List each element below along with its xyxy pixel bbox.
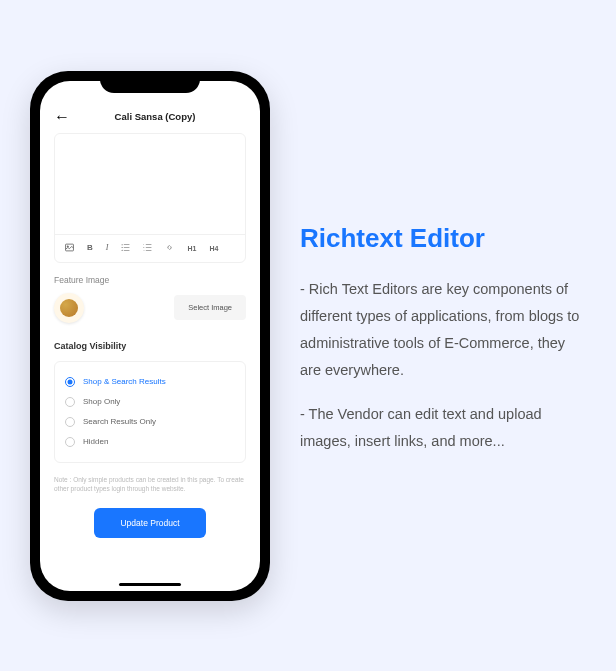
catalog-radio-group: Shop & Search Results Shop Only Search R… (54, 361, 246, 463)
svg-text:3: 3 (143, 247, 145, 251)
catalog-visibility-title: Catalog Visibility (54, 341, 246, 351)
h1-button[interactable]: H1 (187, 245, 196, 252)
phone-screen: ← Cali Sansa (Copy) B I 123 (40, 81, 260, 591)
info-title: Richtext Editor (300, 223, 586, 254)
back-arrow-icon[interactable]: ← (54, 109, 70, 125)
h4-button[interactable]: H4 (209, 245, 218, 252)
radio-icon (65, 397, 75, 407)
note-text: Note : Only simple products can be creat… (54, 475, 246, 495)
phone-frame: ← Cali Sansa (Copy) B I 123 (30, 71, 270, 601)
svg-rect-9 (146, 244, 152, 245)
radio-label: Shop Only (83, 397, 120, 406)
feature-image-label: Feature Image (54, 275, 246, 285)
content-area: B I 123 H1 H4 Feature Image (40, 133, 260, 591)
bullet-list-icon[interactable] (121, 243, 130, 254)
svg-point-2 (122, 244, 123, 245)
radio-option-search-only[interactable]: Search Results Only (65, 412, 235, 432)
svg-rect-3 (124, 244, 130, 245)
richtext-editor: B I 123 H1 H4 (54, 133, 246, 263)
italic-icon[interactable]: I (106, 244, 109, 252)
editor-toolbar: B I 123 H1 H4 (55, 234, 245, 262)
info-paragraph-1: - Rich Text Editors are key components o… (300, 276, 586, 383)
svg-rect-0 (66, 244, 74, 251)
svg-rect-7 (124, 250, 130, 251)
radio-label: Hidden (83, 437, 108, 446)
update-product-button[interactable]: Update Product (94, 508, 205, 538)
radio-icon (65, 417, 75, 427)
image-icon[interactable] (65, 243, 74, 254)
select-image-button[interactable]: Select Image (174, 295, 246, 320)
radio-icon (65, 437, 75, 447)
link-icon[interactable] (165, 243, 174, 254)
page-title: Cali Sansa (Copy) (80, 111, 230, 122)
svg-point-4 (122, 246, 123, 247)
feature-image-thumbnail[interactable] (54, 293, 84, 323)
radio-label: Search Results Only (83, 417, 156, 426)
bold-icon[interactable]: B (87, 244, 93, 252)
info-paragraph-2: - The Vendor can edit text and upload im… (300, 401, 586, 455)
svg-rect-11 (146, 247, 152, 248)
feature-image-row: Select Image (54, 293, 246, 323)
svg-point-6 (122, 249, 123, 250)
radio-label: Shop & Search Results (83, 377, 166, 386)
radio-icon (65, 377, 75, 387)
radio-option-shop-search[interactable]: Shop & Search Results (65, 372, 235, 392)
svg-rect-5 (124, 247, 130, 248)
radio-option-hidden[interactable]: Hidden (65, 432, 235, 452)
radio-option-shop-only[interactable]: Shop Only (65, 392, 235, 412)
svg-rect-13 (146, 250, 152, 251)
home-indicator (119, 583, 181, 586)
editor-canvas[interactable] (55, 134, 245, 234)
numbered-list-icon[interactable]: 123 (143, 243, 152, 254)
svg-point-1 (67, 245, 68, 246)
phone-notch (100, 71, 200, 93)
info-panel: Richtext Editor - Rich Text Editors are … (300, 198, 586, 473)
